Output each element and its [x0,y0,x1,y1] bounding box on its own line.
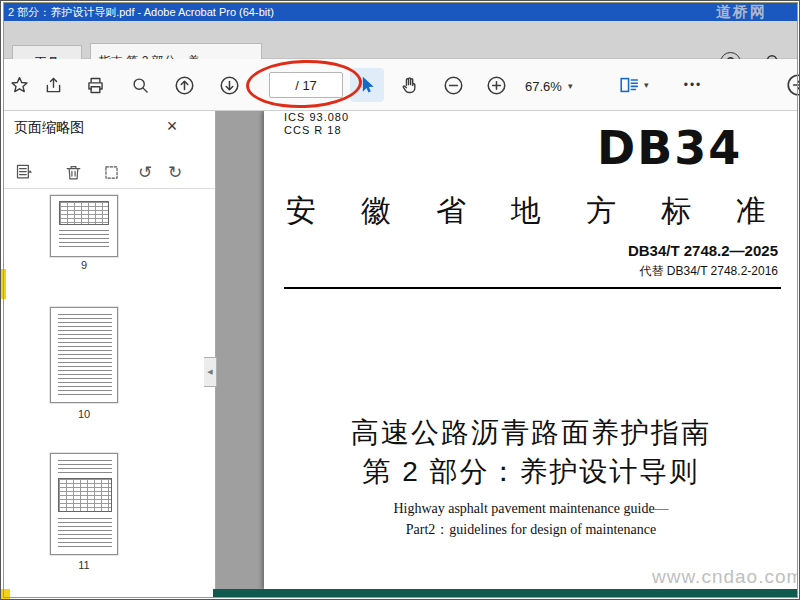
thumbnail-page-10[interactable] [50,307,118,403]
standard-number: DB34/T 2748.2—2025 [628,242,778,259]
print-icon[interactable] [78,68,112,102]
thumbnails-panel: 页面缩略图 × ↺ ↻ 9 10 [4,111,216,589]
zoom-level-value: 67.6% [525,79,562,94]
share-export-icon[interactable] [36,68,70,102]
previous-page-icon[interactable] [167,68,201,102]
page-display-dropdown[interactable]: ▾ [617,70,659,100]
select-tool-icon[interactable] [350,68,384,102]
thumbnail-label-11: 11 [50,559,118,571]
thumbnail-label-10: 10 [50,408,118,420]
next-page-icon[interactable] [212,68,246,102]
site-watermark-page: www.cndao.com [652,566,798,588]
more-tools-icon[interactable]: ••• [673,68,713,102]
site-watermark-top: 道桥网 [716,3,767,21]
panel-close-icon[interactable]: × [162,116,182,137]
zoom-in-icon[interactable] [479,68,513,102]
zoom-out-icon[interactable] [436,68,470,102]
chevron-down-icon: ▾ [568,81,573,91]
thumbnail-options-icon[interactable] [12,159,38,185]
thumbnail-page-9[interactable] [50,195,118,257]
page-number-input[interactable]: / 17 [269,72,343,98]
document-viewport[interactable]: ICS 93.080 CCS R 18 DB34 安徽省地方标准 DB34/T … [216,111,798,589]
chevron-down-icon: ▾ [644,80,649,90]
document-title-cn-1: 高速公路沥青路面养护指南 [264,414,798,452]
ccs-code: CCS R 18 [284,124,342,136]
hand-tool-icon[interactable] [392,68,426,102]
ics-code: ICS 93.080 [284,111,349,123]
thumbnails-toolbar: ↺ ↻ [4,153,215,189]
replaces-note: 代替 DB34/T 2748.2-2016 [639,263,778,280]
search-icon[interactable] [123,68,157,102]
thumbnails-panel-title: 页面缩略图 [14,119,84,137]
document-title-cn-2: 第 2 部分：养护设计导则 [264,453,798,491]
window-titlebar: 2 部分：养护设计导则.pdf - Adobe Acrobat Pro (64-… [4,3,798,21]
header-rule [284,287,781,289]
rotate-ccw-icon[interactable]: ↺ [132,159,158,185]
acrobat-window: 2 部分：养护设计导则.pdf - Adobe Acrobat Pro (64-… [0,0,800,600]
thumbnail-page-11[interactable] [50,453,118,555]
page-count-label: / 17 [295,78,317,93]
tab-bar: 工具 指南 第 2 部分：养... × ? [4,21,798,59]
zoom-level-dropdown[interactable]: 67.6% ▾ [525,75,597,97]
thumbnail-label-9: 9 [50,259,118,271]
db34-logo: DB34 [597,125,742,171]
window-title: 2 部分：养护设计导则.pdf - Adobe Acrobat Pro (64-… [8,6,274,18]
standard-name: 安徽省地方标准 [286,191,798,232]
pdf-page: ICS 93.080 CCS R 18 DB34 安徽省地方标准 DB34/T … [264,111,798,589]
crop-frame-icon[interactable] [98,159,124,185]
document-title-en-2: Part2：guidelines for design of maintenan… [264,521,798,539]
right-edge-tool-icon[interactable] [781,68,800,102]
background-window-fragment [213,589,798,598]
delete-page-trash-icon[interactable] [60,159,86,185]
document-title-en-1: Highway asphalt pavement maintenance gui… [264,501,798,517]
background-window-fragment [1,589,10,599]
favorites-star-icon[interactable] [2,68,36,102]
panel-collapse-handle[interactable]: ◀ [204,357,217,387]
background-window-fragment [1,269,6,299]
rotate-cw-icon[interactable]: ↻ [162,159,188,185]
